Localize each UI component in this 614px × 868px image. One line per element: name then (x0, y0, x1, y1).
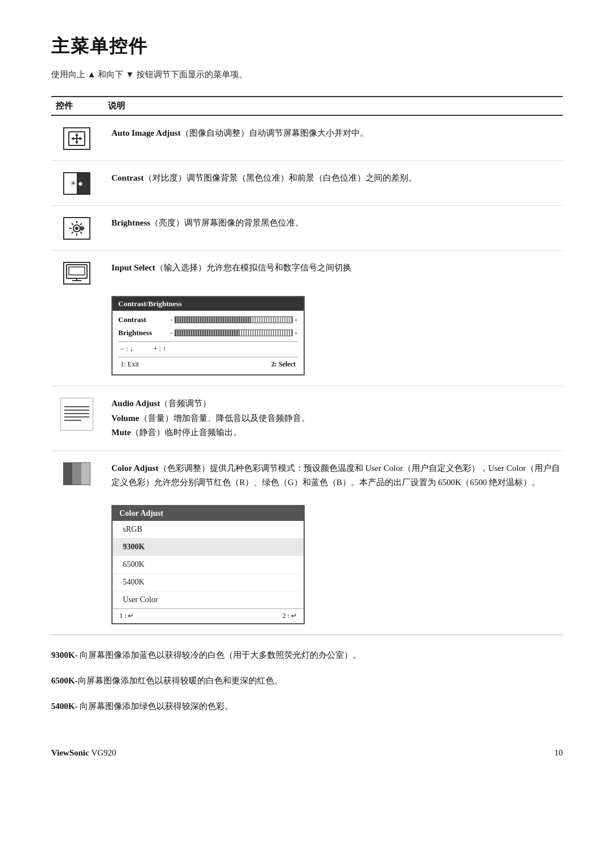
svg-marker-5 (71, 137, 74, 140)
footer: ViewSonic VG920 10 (51, 748, 563, 758)
input-select-icon-cell (51, 261, 102, 285)
cb-brightness-bar (175, 329, 293, 336)
cb-brightness-plus: + (294, 329, 298, 336)
svg-point-8 (75, 227, 78, 230)
input-select-icon (63, 262, 90, 285)
auto-image-adjust-icon-cell (51, 126, 102, 150)
cb-footer-exit: − : ↓ + : ↑ (118, 345, 166, 353)
color-adjust-dialog: Color Adjust sRGB 9300K 6500K 5400K User… (111, 505, 305, 624)
col-header-desc: 说明 (102, 101, 125, 111)
svg-marker-6 (80, 137, 82, 140)
cb-contrast-label: Contrast (118, 315, 169, 324)
ca-item-9300k[interactable]: 9300K (113, 539, 304, 556)
9300k-description: 9300K- 向屏幕图像添加蓝色以获得较冷的白色（用于大多数照荧光灯的办公室）。 (51, 648, 563, 663)
5400k-description: 5400K- 向屏幕图像添加绿色以获得较深的色彩。 (51, 699, 563, 714)
input-select-desc: Input Select（输入选择）允许您在模拟信号和数字信号之间切换 (102, 261, 351, 276)
color-adjust-icon-cell (51, 461, 102, 485)
table-row: ☀ ● Contrast（对比度）调节图像背景（黑色位准）和前景（白色位准）之间… (51, 161, 563, 206)
svg-point-17 (80, 226, 84, 231)
footer-page-number: 10 (554, 748, 563, 758)
svg-line-16 (72, 232, 73, 233)
table-row: Audio Adjust（音频调节） Volume（音量）增加音量、降低音以及使… (51, 386, 563, 451)
cb-contrast-minus: − (169, 316, 173, 323)
brightness-icon-cell (51, 216, 102, 240)
contrast-icon-cell: ☀ ● (51, 171, 102, 195)
brightness-icon (63, 217, 90, 240)
contrast-brightness-dialog: Contrast/Brightness Contrast − + (111, 296, 305, 375)
contrast-desc: Contrast（对比度）调节图像背景（黑色位准）和前景（白色位准）之间的差别。 (102, 171, 563, 186)
ca-item-5400k[interactable]: 5400K (113, 574, 304, 591)
svg-line-13 (72, 223, 73, 225)
ca-footer-right: 2 : ↵ (283, 612, 297, 620)
cb-brightness-minus: − (169, 329, 173, 336)
table-row: Auto Image Adjust（图像自动调整）自动调节屏幕图像大小并对中。 (51, 116, 563, 161)
audio-adjust-desc: Audio Adjust（音频调节） Volume（音量）增加音量、降低音以及使… (102, 397, 563, 440)
table-row: Brightness（亮度）调节屏幕图像的背景黑色位准。 (51, 206, 563, 251)
table-row: Input Select（输入选择）允许您在模拟信号和数字信号之间切换 Cont… (51, 251, 563, 386)
brightness-desc: Brightness（亮度）调节屏幕图像的背景黑色位准。 (102, 216, 563, 231)
svg-marker-3 (75, 133, 78, 136)
svg-line-14 (80, 232, 82, 233)
cb-contrast-bar (175, 316, 293, 323)
bottom-descriptions: 9300K- 向屏幕图像添加蓝色以获得较冷的白色（用于大多数照荧光灯的办公室）。… (51, 648, 563, 714)
contrast-icon: ☀ ● (63, 172, 90, 195)
cb-footer-select-label: 2: Select (271, 360, 298, 369)
audio-adjust-icon (60, 398, 93, 431)
footer-brand: ViewSonic VG920 (51, 748, 117, 758)
table-row: Color Adjust（色彩调整）提供几种色彩调节模式：预设颜色温度和 Use… (51, 451, 563, 635)
feature-table: Auto Image Adjust（图像自动调整）自动调节屏幕图像大小并对中。 … (51, 116, 563, 635)
ca-item-user-color[interactable]: User Color (113, 591, 304, 608)
ca-item-srgb[interactable]: sRGB (113, 521, 304, 539)
svg-marker-4 (75, 141, 78, 144)
auto-image-adjust-desc: Auto Image Adjust（图像自动调整）自动调节屏幕图像大小并对中。 (102, 126, 563, 141)
color-adjust-icon (63, 462, 90, 485)
auto-image-adjust-icon (63, 127, 90, 150)
cb-brightness-label: Brightness (118, 328, 169, 337)
col-header-control: 控件 (51, 101, 102, 111)
color-adjust-desc: Color Adjust（色彩调整）提供几种色彩调节模式：预设颜色温度和 Use… (102, 461, 563, 490)
ca-footer-left: 1 : ↵ (119, 612, 134, 620)
audio-adjust-icon-cell (51, 397, 102, 431)
cb-dialog-title: Contrast/Brightness (113, 297, 304, 311)
page-title: 主菜单控件 (51, 34, 563, 59)
svg-rect-19 (69, 267, 85, 275)
ca-item-6500k[interactable]: 6500K (113, 556, 304, 574)
cb-footer-exit-label: 1: Exit (118, 360, 139, 369)
page-subtitle: 使用向上 ▲ 和向下 ▼ 按钮调节下面显示的菜单项。 (51, 69, 563, 80)
cb-contrast-plus: + (294, 316, 298, 323)
6500k-description: 6500K-向屏幕图像添加红色以获得较暖的白色和更深的红色。 (51, 673, 563, 688)
svg-line-15 (80, 223, 82, 225)
ca-dialog-title: Color Adjust (113, 506, 304, 521)
